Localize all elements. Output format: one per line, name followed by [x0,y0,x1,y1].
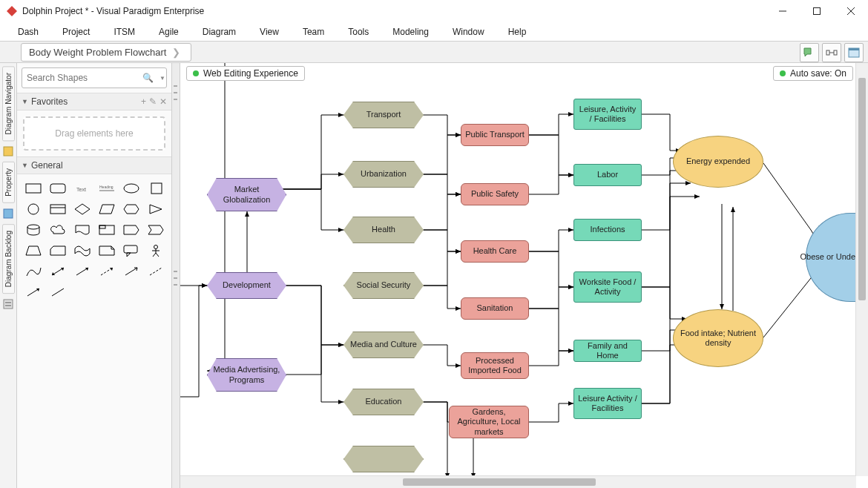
shape-cloud[interactable] [46,220,69,240]
sidetab-diagram-navigator[interactable]: Diagram Navigator [2,66,15,141]
shape-square[interactable] [144,179,167,198]
layout-icon[interactable] [822,43,841,62]
shape-callout[interactable] [119,241,142,260]
shape-arrow[interactable] [70,262,93,281]
shape-diamond[interactable] [70,200,93,219]
node-media-culture[interactable]: Media and Culture [343,332,424,358]
shape-container[interactable] [46,200,69,219]
node-market-globalization[interactable]: Market Globalization [207,178,286,211]
close-button[interactable] [834,0,868,22]
general-header[interactable]: ▼ General [17,156,171,174]
shape-hexagon[interactable] [119,200,142,219]
node-infections[interactable]: Infections [573,219,642,241]
node-education[interactable]: Education [343,389,424,415]
shape-curve[interactable] [22,262,45,281]
panel-icon[interactable] [844,43,864,62]
node-worksite-food[interactable]: Worksite Food / Activity [573,271,642,303]
shape-dash-arrow[interactable] [95,262,118,281]
shape-open-arrow[interactable] [119,262,142,281]
node-public-safety[interactable]: Public Safety [461,183,529,205]
shape-data[interactable] [119,220,142,240]
menu-team[interactable]: Team [291,24,336,40]
edit-icon[interactable]: ✎ [149,96,157,107]
node-sanitation[interactable]: Sanitation [461,297,529,320]
node-family-home[interactable]: Family and Home [573,340,642,362]
shape-frame[interactable] [95,220,118,240]
node-transport[interactable]: Transport [343,102,424,128]
shape-note[interactable] [95,241,118,260]
autosave-banner[interactable]: Auto save: On [773,66,853,81]
node-gardens[interactable]: Gardens, Agriculture, Local markets [449,406,529,438]
shape-ellipse[interactable] [119,179,142,198]
diagram-canvas[interactable]: Market Globalization Development Media A… [180,63,868,488]
menu-modeling[interactable]: Modeling [381,24,441,40]
shape-actor[interactable] [144,241,167,260]
shape-text[interactable]: Text [70,179,93,198]
splitter[interactable] [172,63,180,488]
menu-agile[interactable]: Agile [147,24,191,40]
node-social-security[interactable]: Social Security [343,272,424,299]
scrollbar-thumb[interactable] [858,78,866,300]
menu-tools[interactable]: Tools [336,24,381,40]
shape-line-arrow2[interactable] [22,283,45,302]
shape-line[interactable] [46,283,69,302]
shape-card[interactable] [46,241,69,260]
svg-marker-34 [26,246,41,255]
scrollbar-thumb[interactable] [403,478,596,486]
node-processed-food[interactable]: Processed Imported Food [461,352,529,379]
node-labor[interactable]: Labor [573,164,642,186]
shape-arrow-bi[interactable] [46,262,69,281]
maximize-button[interactable] [800,0,834,22]
menu-help[interactable]: Help [496,24,539,40]
search-icon[interactable]: 🔍 [139,73,157,83]
favorites-dropzone[interactable]: Drag elements here [23,116,165,151]
menu-itsm[interactable]: ITSM [102,24,147,40]
svg-point-39 [154,245,157,249]
menu-dash[interactable]: Dash [6,24,50,40]
svg-marker-32 [124,225,139,234]
menu-diagram[interactable]: Diagram [191,24,248,40]
shape-circle[interactable] [22,200,45,219]
add-icon[interactable]: + [141,96,146,107]
search-input[interactable] [25,70,139,86]
node-media-advertising[interactable]: Media Advertising, Programs [207,358,286,392]
search-dropdown-icon[interactable]: ▼ [157,75,168,82]
web-editing-banner[interactable]: Web Editing Experience [186,66,305,81]
node-health[interactable]: Health [343,217,424,243]
menu-window[interactable]: Window [441,24,496,40]
shape-document[interactable] [70,220,93,240]
work-area: Diagram Navigator Property Diagram Backl… [0,63,868,488]
shape-parallelogram[interactable] [95,200,118,219]
shape-line-dash[interactable] [144,262,167,281]
shape-tape[interactable] [70,241,93,260]
node-energy-expended[interactable]: Energy expended [673,136,763,188]
sidetab-diagram-backlog[interactable]: Diagram Backlog [2,224,15,294]
feedback-icon[interactable] [800,43,819,62]
vertical-scrollbar[interactable] [855,63,868,476]
sidetab-property[interactable]: Property [2,162,15,203]
node-development[interactable]: Development [207,272,286,299]
shape-cylinder[interactable] [22,220,45,240]
shape-trapezoid[interactable] [22,241,45,260]
node-health-care[interactable]: Health Care [461,240,529,263]
menu-project[interactable]: Project [50,24,102,40]
horizontal-scrollbar[interactable] [180,475,856,488]
menu-view[interactable]: View [248,24,291,40]
svg-rect-37 [124,245,137,253]
node-food-intake[interactable]: Food intake; Nutrient density [673,309,763,367]
node-leisure-activity[interactable]: Leisure Activity / Facilities [573,388,642,419]
shape-rect[interactable] [22,179,45,198]
node-leisure-facilities[interactable]: Leisure, Activity / Facilities [573,99,642,130]
favorites-header[interactable]: ▼ Favorites + ✎ ✕ [17,93,171,111]
minimize-button[interactable] [766,0,800,22]
node-urbanization[interactable]: Urbanization [343,161,424,188]
node-public-transport[interactable]: Public Transport [461,124,529,146]
node-hex-bottom[interactable] [343,446,424,472]
breadcrumb[interactable]: Body Weight Problem Flowchart ❯ [21,43,191,62]
shape-roundrect[interactable] [46,179,69,198]
shape-step[interactable] [144,220,167,240]
search-box[interactable]: 🔍 ▼ [22,67,167,88]
remove-icon[interactable]: ✕ [160,96,167,107]
shape-heading[interactable]: Heading [95,179,118,198]
shape-triangle[interactable] [144,200,167,219]
